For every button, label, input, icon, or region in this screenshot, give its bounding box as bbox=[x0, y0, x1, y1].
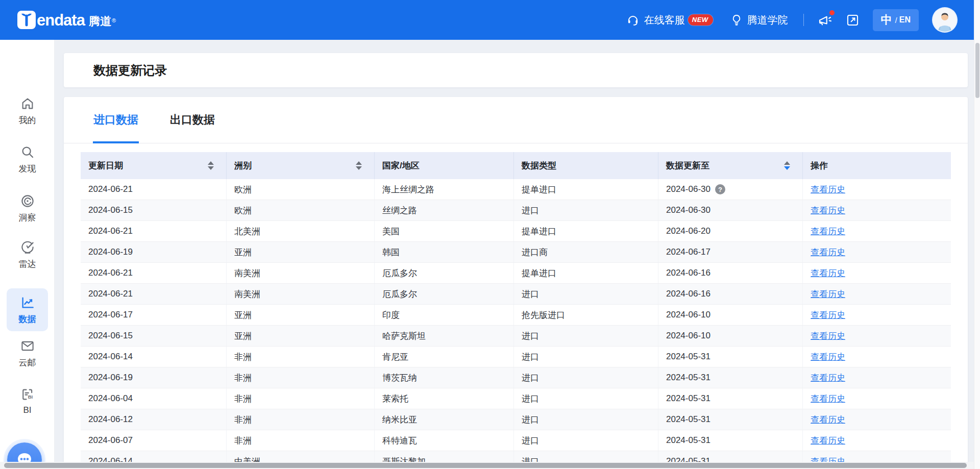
cell-actions: 查看历史 bbox=[803, 347, 951, 367]
cell-country: 丝绸之路 bbox=[375, 200, 514, 220]
view-history-link[interactable]: 查看历史 bbox=[811, 393, 845, 405]
table-row: 2024-06-21北美洲美国提单进口2024-06-20查看历史 bbox=[81, 221, 951, 242]
cell-actions: 查看历史 bbox=[803, 200, 951, 220]
cell-data-type: 进口 bbox=[514, 409, 658, 430]
online-service-label: 在线客服 bbox=[644, 13, 685, 27]
cell-update-date: 2024-06-15 bbox=[81, 200, 227, 220]
cell-data-type: 进口 bbox=[514, 430, 658, 451]
cell-updated-to: 2024-06-16 bbox=[658, 284, 803, 304]
column-header-update-date[interactable]: 更新日期 bbox=[81, 152, 227, 179]
cell-country: 莱索托 bbox=[375, 388, 514, 409]
headset-icon bbox=[626, 13, 640, 27]
mail-icon bbox=[20, 338, 35, 354]
view-history-link[interactable]: 查看历史 bbox=[811, 330, 845, 342]
view-history-link[interactable]: 查看历史 bbox=[811, 246, 845, 258]
column-label: 国家/地区 bbox=[382, 160, 420, 171]
table-row: 2024-06-21南美洲厄瓜多尔提单进口2024-06-16查看历史 bbox=[81, 263, 951, 284]
cell-updated-to: 2024-05-31 bbox=[658, 367, 803, 388]
view-history-link[interactable]: 查看历史 bbox=[811, 351, 845, 363]
cell-updated-to: 2024-05-31 bbox=[658, 347, 803, 367]
vertical-scrollbar bbox=[974, 0, 980, 469]
cell-data-type: 进口 bbox=[514, 200, 658, 220]
cell-continent: 非洲 bbox=[227, 367, 375, 388]
cell-continent: 亚洲 bbox=[227, 305, 375, 325]
view-history-link[interactable]: 查看历史 bbox=[811, 226, 845, 237]
cell-updated-to: 2024-06-30? bbox=[658, 179, 803, 200]
svg-text:BI: BI bbox=[28, 394, 32, 400]
cell-data-type: 进口 bbox=[514, 367, 658, 388]
language-switcher[interactable]: 中 / EN bbox=[873, 9, 919, 31]
column-header-continent[interactable]: 洲别 bbox=[227, 152, 375, 179]
sidebar-item-discover[interactable]: 发现 bbox=[0, 144, 55, 175]
sidebar-item-my[interactable]: 我的 bbox=[0, 96, 55, 126]
fullscreen-button[interactable] bbox=[846, 13, 860, 27]
view-history-link[interactable]: 查看历史 bbox=[811, 309, 845, 321]
cell-country: 博茨瓦纳 bbox=[375, 367, 514, 388]
view-history-link[interactable]: 查看历史 bbox=[811, 267, 845, 279]
sidebar-item-bi[interactable]: BIBI bbox=[0, 387, 55, 415]
sidebar-item-label: 雷达 bbox=[19, 258, 36, 270]
lang-separator: / bbox=[895, 16, 897, 24]
cell-continent: 亚洲 bbox=[227, 326, 375, 346]
view-history-link[interactable]: 查看历史 bbox=[811, 435, 845, 447]
logo-cn-text: 腾道 bbox=[89, 14, 111, 29]
sort-toggle-icon[interactable] bbox=[356, 161, 362, 170]
table-row: 2024-06-19亚洲韩国进口商2024-06-17查看历史 bbox=[81, 242, 951, 263]
horizontal-scrollbar-thumb[interactable] bbox=[4, 463, 967, 468]
cell-continent: 北美洲 bbox=[227, 221, 375, 241]
cell-updated-to: 2024-06-10 bbox=[658, 326, 803, 346]
sort-toggle-icon[interactable] bbox=[208, 161, 214, 170]
cell-country: 厄瓜多尔 bbox=[375, 284, 514, 304]
logo-registered-mark: ® bbox=[112, 12, 116, 29]
sidebar-item-radar[interactable]: 雷达 bbox=[0, 240, 55, 270]
view-history-link[interactable]: 查看历史 bbox=[811, 205, 845, 216]
lang-zh-label: 中 bbox=[881, 12, 892, 28]
view-history-link[interactable]: 查看历史 bbox=[811, 184, 845, 195]
sidebar-item-label: BI bbox=[23, 405, 31, 415]
cell-updated-to: 2024-05-31 bbox=[658, 430, 803, 451]
cell-updated-to: 2024-06-17 bbox=[658, 242, 803, 262]
page-title-card: 数据更新记录 bbox=[64, 53, 968, 87]
sidebar-item-mail[interactable]: 云邮 bbox=[0, 338, 55, 368]
column-header-country: 国家/地区 bbox=[375, 152, 514, 179]
view-history-link[interactable]: 查看历史 bbox=[811, 288, 845, 300]
tab-export-data[interactable]: 出口数据 bbox=[170, 97, 215, 143]
cell-actions: 查看历史 bbox=[803, 388, 951, 409]
sidebar-item-label: 发现 bbox=[19, 163, 36, 175]
header-right-group: 在线客服 NEW 腾道学院 bbox=[626, 0, 957, 40]
cell-data-type: 提单进口 bbox=[514, 221, 658, 241]
tab-import-data[interactable]: 进口数据 bbox=[93, 97, 138, 143]
bi-icon: BI bbox=[20, 387, 35, 402]
column-header-updated-to[interactable]: 数据更新至 bbox=[658, 152, 803, 179]
academy-button[interactable]: 腾道学院 bbox=[730, 13, 788, 27]
cell-country: 厄瓜多尔 bbox=[375, 263, 514, 283]
cell-data-type: 进口商 bbox=[514, 242, 658, 262]
view-history-link[interactable]: 查看历史 bbox=[811, 414, 845, 426]
user-avatar[interactable] bbox=[933, 8, 957, 32]
data-table: 更新日期洲别国家/地区数据类型数据更新至操作 2024-06-21欧洲海上丝绸之… bbox=[81, 152, 951, 469]
help-question-icon[interactable]: ? bbox=[715, 184, 725, 194]
tendata-logo[interactable]: endata 腾道 ® bbox=[17, 11, 116, 29]
cell-data-type: 抢先版进口 bbox=[514, 305, 658, 325]
cell-update-date: 2024-06-21 bbox=[81, 179, 227, 200]
cell-actions: 查看历史 bbox=[803, 179, 951, 200]
cell-country: 纳米比亚 bbox=[375, 409, 514, 430]
view-history-link[interactable]: 查看历史 bbox=[811, 372, 845, 384]
cell-actions: 查看历史 bbox=[803, 305, 951, 325]
table-row: 2024-06-15亚洲哈萨克斯坦进口2024-06-10查看历史 bbox=[81, 326, 951, 347]
cell-country: 科特迪瓦 bbox=[375, 430, 514, 451]
sidebar-item-data[interactable]: 数据 bbox=[7, 288, 48, 331]
cell-updated-to: 2024-06-30 bbox=[658, 200, 803, 220]
online-service-button[interactable]: 在线客服 NEW bbox=[626, 13, 713, 27]
cell-update-date: 2024-06-19 bbox=[81, 367, 227, 388]
page-title: 数据更新记录 bbox=[93, 62, 167, 79]
sidebar-item-insight[interactable]: 洞察 bbox=[0, 193, 55, 224]
announcements-button[interactable] bbox=[817, 12, 832, 28]
column-label: 操作 bbox=[811, 160, 828, 171]
vertical-scrollbar-thumb[interactable] bbox=[975, 43, 979, 98]
sidebar-item-label: 云邮 bbox=[19, 357, 36, 368]
sort-toggle-icon[interactable] bbox=[784, 161, 790, 170]
cell-updated-to: 2024-05-31 bbox=[658, 388, 803, 409]
cell-actions: 查看历史 bbox=[803, 221, 951, 241]
cell-data-type: 提单进口 bbox=[514, 179, 658, 200]
